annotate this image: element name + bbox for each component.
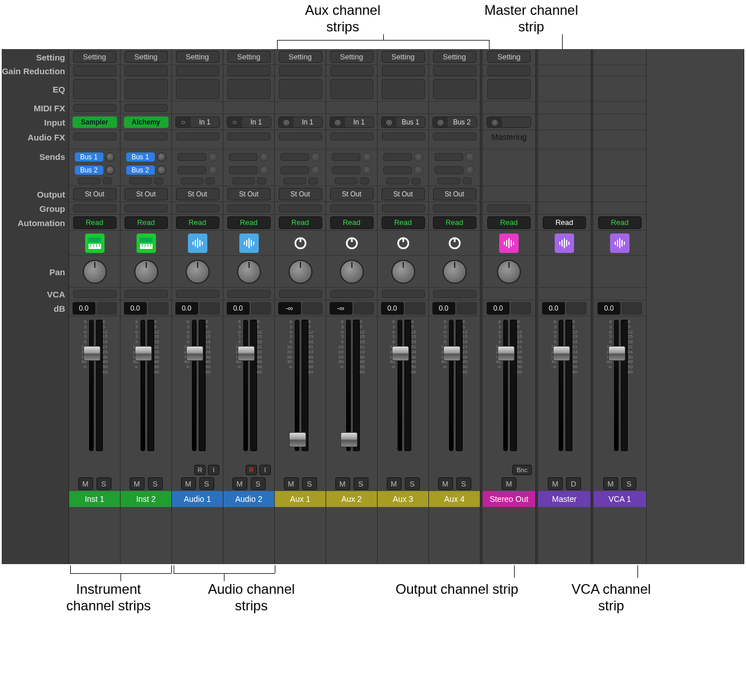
automation-mode[interactable]: Read [227, 216, 271, 229]
solo-button[interactable]: S [251, 477, 266, 490]
send-level-knob[interactable] [260, 152, 269, 162]
input-select[interactable]: ◎ [487, 116, 531, 128]
channel-name[interactable]: Aux 1 [275, 491, 326, 507]
input-select[interactable]: ◎Bus 1 [381, 116, 426, 128]
input-select[interactable]: ○In 1 [175, 116, 220, 128]
send-level-knob[interactable] [260, 166, 269, 175]
mute-button[interactable]: M [438, 477, 453, 490]
eq-slot[interactable] [279, 79, 322, 99]
output-select[interactable]: St Out [227, 188, 271, 200]
send-slot[interactable]: Bus 1 [126, 152, 155, 162]
automation-mode[interactable]: Read [487, 216, 531, 229]
channel-name[interactable]: Audio 2 [223, 491, 274, 507]
mute-button[interactable]: M [78, 477, 93, 490]
vca-slot[interactable] [176, 290, 219, 298]
eq-slot[interactable] [176, 79, 219, 99]
send-extra[interactable] [360, 178, 369, 184]
pan-knob[interactable] [443, 260, 467, 284]
send-extra[interactable] [386, 178, 409, 184]
channel-type-icon[interactable] [610, 234, 629, 253]
group-slot[interactable] [176, 204, 219, 212]
group-slot[interactable] [382, 204, 425, 212]
group-slot[interactable] [330, 204, 374, 212]
audiofx-slot[interactable] [73, 132, 117, 140]
output-select[interactable]: St Out [382, 188, 425, 200]
send-slot[interactable] [280, 166, 309, 174]
fader-cap[interactable] [238, 346, 255, 361]
bounce-button[interactable]: Bnc [512, 465, 532, 475]
pan-knob[interactable] [186, 260, 210, 284]
send-level-knob[interactable] [157, 152, 166, 162]
setting-button[interactable]: Setting [227, 51, 271, 63]
channel-name[interactable]: Inst 1 [69, 491, 120, 507]
output-select[interactable]: St Out [279, 188, 322, 200]
midifx-slot[interactable] [73, 104, 117, 112]
gain-reduction-slot[interactable] [125, 66, 168, 76]
send-slot[interactable] [229, 153, 258, 161]
eq-slot[interactable] [73, 79, 117, 99]
group-slot[interactable] [125, 204, 168, 212]
send-slot[interactable] [280, 153, 309, 161]
send-slot[interactable]: Bus 2 [126, 166, 155, 175]
vca-slot[interactable] [433, 290, 476, 298]
send-extra[interactable] [232, 178, 255, 184]
solo-button[interactable]: S [405, 477, 420, 490]
setting-button[interactable]: Setting [382, 51, 425, 63]
volume-fader[interactable] [192, 320, 196, 451]
send-extra[interactable] [78, 178, 101, 184]
automation-mode[interactable]: Read [382, 216, 425, 229]
send-level-knob[interactable] [414, 166, 423, 175]
send-level-knob[interactable] [157, 166, 166, 175]
channel-type-icon[interactable] [85, 234, 105, 253]
send-level-knob[interactable] [363, 166, 372, 175]
input-select[interactable]: ○In 1 [227, 116, 271, 128]
dim-button[interactable]: D [566, 477, 581, 490]
send-extra[interactable] [438, 178, 460, 184]
send-level-knob[interactable] [106, 152, 115, 162]
send-level-knob[interactable] [208, 166, 218, 175]
vca-slot[interactable] [279, 290, 322, 298]
group-slot[interactable] [73, 204, 117, 212]
channel-name[interactable]: VCA 1 [593, 491, 646, 507]
volume-fader[interactable] [89, 320, 94, 451]
fader-cap[interactable] [135, 346, 152, 361]
fader-cap[interactable] [608, 346, 625, 361]
input-select[interactable]: ◎Bus 2 [432, 116, 477, 128]
input-select[interactable]: ◎In 1 [278, 116, 323, 128]
fader-cap[interactable] [186, 346, 203, 361]
input-monitor-button[interactable]: I [208, 465, 219, 475]
fader-cap[interactable] [340, 432, 358, 447]
output-select[interactable]: St Out [176, 188, 219, 200]
send-slot[interactable] [229, 166, 258, 174]
pan-knob[interactable] [134, 260, 158, 284]
audiofx-slot[interactable] [227, 132, 271, 140]
mute-button[interactable]: M [502, 477, 516, 490]
output-select[interactable]: St Out [73, 188, 117, 200]
mute-button[interactable]: M [181, 477, 196, 490]
eq-slot[interactable] [433, 79, 476, 99]
pan-knob[interactable] [340, 260, 364, 284]
group-slot[interactable] [279, 204, 322, 212]
send-slot[interactable] [178, 166, 206, 174]
setting-button[interactable]: Setting [330, 51, 374, 63]
setting-button[interactable]: Setting [433, 51, 476, 63]
gain-reduction-slot[interactable] [176, 66, 219, 76]
send-level-knob[interactable] [311, 166, 320, 175]
send-extra[interactable] [154, 178, 163, 184]
solo-button[interactable]: S [354, 477, 368, 490]
send-extra[interactable] [411, 178, 420, 184]
channel-name[interactable]: Inst 2 [121, 491, 171, 507]
solo-button[interactable]: S [621, 477, 636, 490]
fader-cap[interactable] [289, 432, 306, 447]
gain-reduction-slot[interactable] [487, 66, 531, 76]
pan-knob[interactable] [288, 260, 312, 284]
group-slot[interactable] [227, 204, 271, 212]
volume-fader[interactable] [346, 320, 351, 451]
send-slot[interactable] [383, 166, 412, 174]
setting-button[interactable]: Setting [73, 51, 117, 63]
gain-reduction-slot[interactable] [433, 66, 476, 76]
pan-knob[interactable] [391, 260, 415, 284]
input-monitor-button[interactable]: I [259, 465, 271, 475]
audiofx-slot[interactable] [382, 132, 425, 140]
channel-name[interactable]: Aux 4 [429, 491, 480, 507]
